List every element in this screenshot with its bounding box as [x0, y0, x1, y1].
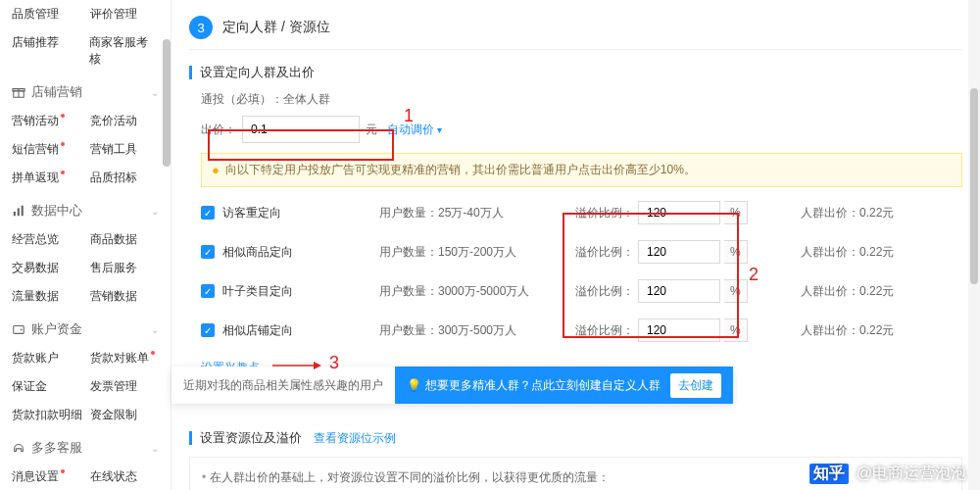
sidebar-row[interactable]: 消息设置在线状态 — [12, 463, 159, 490]
premium-input[interactable] — [638, 279, 720, 303]
target-row: ✓叶子类目定向用户数量：3000万-5000万人溢价比例：%人群出价：0.22元 — [201, 271, 962, 311]
premium-input[interactable] — [638, 240, 720, 264]
target-user-count: 用户数量：150万-200万人 — [379, 244, 575, 261]
percent-sign: % — [724, 201, 748, 224]
sidebar-row[interactable]: 交易数据售后服务 — [12, 254, 159, 282]
sidebar-section-data-center[interactable]: 数据中心⌄ — [12, 192, 159, 225]
premium-input[interactable] — [638, 201, 720, 224]
sidebar-link[interactable]: 消息设置 — [12, 468, 90, 485]
checkbox-checked-icon[interactable]: ✓ — [201, 245, 215, 259]
sidebar-top-row[interactable]: 品质管理评价管理 — [12, 0, 159, 28]
svg-rect-4 — [18, 208, 20, 216]
sidebar-link[interactable]: 货款账户 — [12, 350, 90, 367]
sidebar-link[interactable]: 商品数据 — [90, 231, 137, 248]
section-resource-title: 设置资源位及溢价 查看资源位示例 — [189, 429, 962, 447]
sidebar-row[interactable]: 短信营销营销工具 — [12, 135, 159, 164]
sidebar-link[interactable]: 拼单返现 — [12, 170, 90, 186]
sidebar-link[interactable]: 店铺推荐 — [12, 34, 89, 68]
target-row: ✓访客重定向用户数量：25万-40万人溢价比例：%人群出价：0.22元 — [201, 193, 962, 232]
zhihu-logo: 知乎 — [809, 464, 849, 484]
checkbox-checked-icon[interactable]: ✓ — [201, 284, 215, 298]
target-premium-wrap: 溢价比例：% — [575, 201, 761, 224]
checkbox-checked-icon[interactable]: ✓ — [201, 206, 215, 220]
annotation-number-1: 1 — [404, 106, 414, 126]
cast-all-label: 通投（必填）：全体人群 — [201, 91, 330, 108]
bid-line: 出价： 元 自动调价 ▾ — [189, 116, 962, 143]
sidebar-section-title: 数据中心 — [31, 202, 82, 220]
sidebar-link[interactable]: 营销工具 — [90, 141, 137, 158]
scrollbar-thumb-sidebar[interactable] — [163, 39, 171, 167]
sidebar-row[interactable]: 经营总览商品数据 — [12, 225, 159, 254]
sidebar-section-title: 多多客服 — [31, 439, 82, 457]
sidebar-link[interactable]: 品质管理 — [12, 6, 90, 23]
chevron-down-icon: ⌄ — [151, 87, 159, 98]
sidebar-row[interactable]: 拼单返现品质招标 — [12, 164, 159, 192]
percent-sign: % — [724, 240, 748, 264]
step-title: 定向人群 / 资源位 — [222, 19, 330, 36]
premium-input[interactable] — [638, 318, 720, 342]
sidebar-link[interactable]: 营销数据 — [90, 288, 137, 305]
go-create-button[interactable]: 去创建 — [670, 373, 721, 398]
auto-adjust-link[interactable]: 自动调价 ▾ — [387, 122, 442, 138]
sidebar: 品质管理评价管理 店铺推荐商家客服考核 店铺营销⌄ 营销活动竞价活动 短信营销营… — [0, 0, 172, 490]
percent-sign: % — [724, 279, 748, 303]
sidebar-link[interactable]: 流量数据 — [12, 288, 90, 305]
cta-blue-panel: 💡 想要更多精准人群？点此立刻创建自定义人群 去创建 — [395, 367, 733, 404]
sidebar-link[interactable]: 货款对账单 — [90, 350, 149, 367]
target-premium-wrap: 溢价比例：% — [575, 240, 761, 264]
percent-sign: % — [724, 318, 748, 342]
sidebar-section-account-funds[interactable]: 账户资金⌄ — [12, 311, 159, 344]
sidebar-link[interactable]: 保证金 — [12, 378, 90, 395]
premium-label: 溢价比例： — [575, 205, 634, 221]
sidebar-link[interactable]: 品质招标 — [90, 170, 137, 186]
sidebar-row[interactable]: 保证金发票管理 — [12, 372, 159, 401]
sidebar-link[interactable]: 商家客服考核 — [89, 34, 159, 68]
crowd-bid-value: 人群出价：0.22元 — [801, 205, 894, 221]
target-name: 相似商品定向 — [222, 244, 379, 261]
sidebar-link[interactable]: 资金限制 — [90, 407, 137, 423]
sidebar-link[interactable]: 评价管理 — [90, 6, 137, 23]
bulb-icon: 💡 — [407, 378, 421, 392]
sidebar-section-duoduo-service[interactable]: 多多客服⌄ — [12, 429, 159, 463]
crowd-bid-value: 人群出价：0.22元 — [801, 322, 894, 339]
bid-input[interactable] — [242, 116, 360, 143]
chevron-down-icon: ⌄ — [151, 443, 159, 454]
main-content: 3 定向人群 / 资源位 设置定向人群及出价 通投（必填）：全体人群 出价： 元… — [172, 0, 980, 490]
sidebar-link[interactable]: 货款扣款明细 — [12, 407, 90, 423]
sidebar-link[interactable]: 竞价活动 — [90, 113, 137, 129]
bid-unit: 元 — [366, 122, 377, 138]
view-example-link[interactable]: 查看资源位示例 — [314, 430, 396, 447]
premium-label: 溢价比例： — [575, 244, 634, 261]
checkbox-checked-icon[interactable]: ✓ — [201, 323, 215, 337]
gift-icon — [12, 85, 25, 99]
sidebar-row[interactable]: 货款账户货款对账单 — [12, 344, 159, 372]
sidebar-link[interactable]: 交易数据 — [12, 260, 90, 276]
premium-label: 溢价比例： — [575, 322, 634, 339]
sidebar-link[interactable]: 发票管理 — [90, 378, 137, 395]
annotation-number-3: 3 — [329, 353, 339, 373]
chart-icon — [12, 204, 25, 218]
target-premium-wrap: 溢价比例：% — [575, 318, 761, 342]
sidebar-row[interactable]: 营销活动竞价活动 — [12, 107, 159, 135]
sidebar-link[interactable]: 售后服务 — [90, 260, 137, 276]
sidebar-section-shop-marketing[interactable]: 店铺营销⌄ — [12, 74, 159, 107]
watermark: 知乎 @电商运营泡泡 — [809, 464, 966, 484]
svg-rect-3 — [14, 212, 16, 216]
cta-text: 想要更多精准人群？点此立刻创建自定义人群 — [425, 377, 661, 394]
sidebar-row[interactable]: 货款扣款明细资金限制 — [12, 401, 159, 429]
sidebar-link[interactable]: 在线状态 — [90, 468, 137, 485]
premium-label: 溢价比例： — [575, 283, 634, 300]
custom-crowd-cta: 近期对我的商品相关属性感兴趣的用户 💡 想要更多精准人群？点此立刻创建自定义人群… — [172, 367, 733, 404]
sidebar-link[interactable]: 经营总览 — [12, 231, 90, 248]
chevron-down-icon: ▾ — [437, 124, 442, 135]
wallet-icon — [12, 322, 25, 336]
sidebar-row[interactable]: 流量数据营销数据 — [12, 282, 159, 311]
notice-text: 向以下特定用户投放广告可实现更精准的营销，其出价需比普通用户点击出价高至少10%… — [225, 162, 696, 178]
sidebar-top-row[interactable]: 店铺推荐商家客服考核 — [12, 28, 159, 74]
sidebar-link[interactable]: 营销活动 — [12, 113, 90, 129]
sidebar-link[interactable]: 短信营销 — [12, 141, 90, 158]
notice-banner: ● 向以下特定用户投放广告可实现更精准的营销，其出价需比普通用户点击出价高至少1… — [201, 153, 962, 187]
chevron-down-icon: ⌄ — [151, 324, 159, 335]
section-crowd-bid-title: 设置定向人群及出价 — [189, 64, 962, 81]
scrollbar-thumb-main[interactable] — [970, 88, 978, 284]
